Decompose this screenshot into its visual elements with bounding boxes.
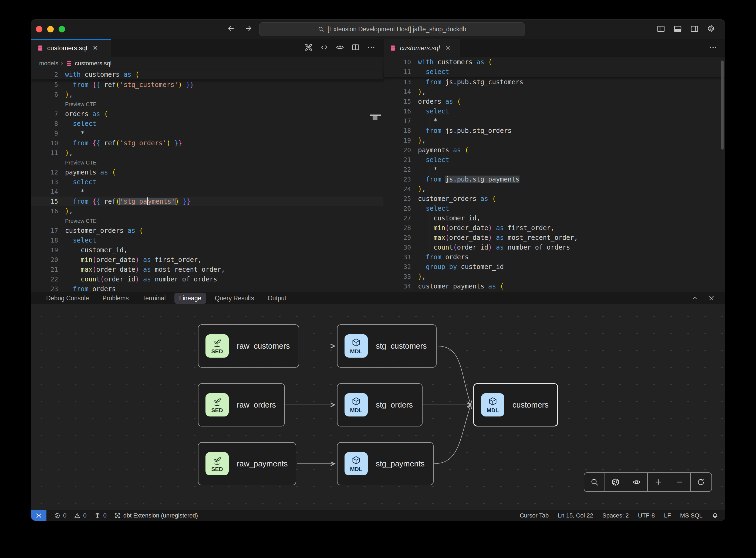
code-line-18[interactable]: 18 from js.pub.stg_orders bbox=[384, 126, 725, 135]
code-line-34[interactable]: 34customer_payments as ( bbox=[384, 281, 725, 291]
code-line-30[interactable]: 30 count(order_id) as number_of_orders bbox=[384, 243, 725, 252]
code-line-13[interactable]: 13 select bbox=[31, 177, 383, 187]
minus-icon[interactable] bbox=[675, 478, 684, 486]
code-line-2[interactable]: 2with customers as ( bbox=[31, 70, 383, 79]
editor-scrollbar-thumb[interactable] bbox=[721, 60, 724, 150]
status-item-lf[interactable]: LF bbox=[664, 512, 671, 519]
dbt-icon[interactable] bbox=[304, 43, 313, 52]
plus-icon[interactable] bbox=[654, 478, 662, 486]
lineage-node-stg_customers[interactable]: MDLstg_customers bbox=[337, 324, 437, 367]
editor-group-left[interactable]: models › customers.sql 2with customers a… bbox=[31, 57, 383, 292]
code-line-19[interactable]: 19 customer_id, bbox=[31, 245, 383, 255]
lineage-node-raw_customers[interactable]: SEDraw_customers bbox=[198, 324, 299, 367]
ellipsis-icon[interactable] bbox=[709, 43, 718, 52]
code-line-9[interactable]: 9 * bbox=[31, 129, 383, 138]
search-icon[interactable] bbox=[590, 478, 599, 486]
close-icon[interactable] bbox=[708, 295, 715, 302]
lineage-node-stg_orders[interactable]: MDLstg_orders bbox=[337, 383, 422, 427]
editor-scrollbar-thumb[interactable] bbox=[373, 116, 377, 120]
chevron-up-icon[interactable] bbox=[691, 295, 699, 302]
code-line-6[interactable]: 6), bbox=[31, 90, 383, 99]
panel-tab-lineage[interactable]: Lineage bbox=[175, 293, 206, 304]
close-tab-icon[interactable]: ✕ bbox=[445, 44, 451, 52]
lineage-node-raw_payments[interactable]: SEDraw_payments bbox=[198, 442, 296, 485]
codelens-row[interactable]: Preview CTE bbox=[31, 158, 383, 168]
lineage-canvas[interactable]: SEDraw_customersMDLstg_customersSEDraw_o… bbox=[31, 304, 725, 510]
status-item-dbt[interactable]: dbt Extension (unregistered) bbox=[114, 512, 198, 519]
lineage-node-stg_payments[interactable]: MDLstg_payments bbox=[337, 442, 434, 485]
code-line-17[interactable]: 17customer_orders as ( bbox=[31, 226, 383, 235]
layout-panel-icon[interactable] bbox=[673, 24, 682, 33]
command-center-search[interactable]: [Extension Development Host] jaffle_shop… bbox=[259, 22, 525, 36]
code-line-22[interactable]: 22 count(order_id) as number_of_orders bbox=[31, 274, 383, 284]
code-line-25[interactable]: 25customer_orders as ( bbox=[384, 194, 725, 204]
code-line-26[interactable]: 26 select bbox=[384, 204, 725, 213]
code-line-7[interactable]: 7orders as ( bbox=[31, 109, 383, 119]
code-line-24[interactable]: 24), bbox=[384, 184, 725, 194]
minimize-window-button[interactable] bbox=[47, 26, 54, 32]
gear-icon[interactable] bbox=[707, 24, 716, 33]
tab-customers-sql-right[interactable]: customers.sql ✕ bbox=[384, 39, 460, 57]
code-line-15[interactable]: 15orders as ( bbox=[384, 97, 725, 106]
code-line-13[interactable]: 13 from js.pub.stg_customers bbox=[384, 77, 725, 87]
code-line-20[interactable]: 20 min(order_date) as first_order, bbox=[31, 255, 383, 265]
code-line-21[interactable]: 21 select bbox=[384, 155, 725, 165]
eye-icon[interactable] bbox=[632, 478, 641, 486]
lineage-node-raw_orders[interactable]: SEDraw_orders bbox=[198, 383, 285, 427]
status-item-ms-sql[interactable]: MS SQL bbox=[680, 512, 703, 519]
panel-tab-output[interactable]: Output bbox=[263, 293, 291, 304]
code-line-32[interactable]: 32 group by customer_id bbox=[384, 262, 725, 272]
panel-tab-problems[interactable]: Problems bbox=[98, 293, 134, 304]
code-line-5[interactable]: 5 from {{ ref('stg_customers') }} bbox=[31, 80, 383, 90]
code-line-31[interactable]: 31 from orders bbox=[384, 252, 725, 262]
breadcrumb[interactable]: models › customers.sql bbox=[31, 57, 383, 70]
close-tab-icon[interactable]: ✕ bbox=[93, 44, 98, 52]
code-line-14[interactable]: 14 * bbox=[31, 187, 383, 197]
code-icon[interactable] bbox=[320, 43, 329, 52]
refresh-icon[interactable] bbox=[697, 478, 705, 486]
panel-tab-query-results[interactable]: Query Results bbox=[210, 293, 259, 304]
code-line-15[interactable]: 15 from {{ ref('stg_payments') }} bbox=[31, 197, 383, 206]
code-line-16[interactable]: 16), bbox=[31, 206, 383, 216]
code-line-23[interactable]: 23 from js.pub.stg_payments bbox=[384, 175, 725, 184]
code-line-10[interactable]: 10with customers as ( bbox=[384, 57, 725, 67]
code-line-18[interactable]: 18 select bbox=[31, 235, 383, 245]
code-line-27[interactable]: 27 customer_id, bbox=[384, 213, 725, 223]
status-item-spaces-2[interactable]: Spaces: 2 bbox=[602, 512, 629, 519]
panel-tab-debug-console[interactable]: Debug Console bbox=[41, 293, 94, 304]
editor-group-right[interactable]: 10with customers as (11 select 13 from j… bbox=[384, 57, 725, 292]
breadcrumb-file[interactable]: customers.sql bbox=[75, 60, 111, 67]
status-item-cursor-tab[interactable]: Cursor Tab bbox=[520, 512, 549, 519]
split-editor-icon[interactable] bbox=[351, 43, 360, 52]
code-line-19[interactable]: 19), bbox=[384, 135, 725, 145]
status-item-ln-15-col-22[interactable]: Ln 15, Col 22 bbox=[558, 512, 593, 519]
status-item-error[interactable]: 0 bbox=[54, 512, 67, 519]
panel-tab-terminal[interactable]: Terminal bbox=[137, 293, 171, 304]
back-icon[interactable] bbox=[227, 24, 235, 32]
code-line-21[interactable]: 21 max(order_date) as most_recent_order, bbox=[31, 265, 383, 274]
code-line-12[interactable]: 12payments as ( bbox=[31, 168, 383, 177]
codelens-row[interactable]: Preview CTE bbox=[31, 216, 383, 226]
codelens-row[interactable]: Preview CTE bbox=[31, 99, 383, 109]
code-line-8[interactable]: 8 select bbox=[31, 119, 383, 129]
layout-sidebar-left-icon[interactable] bbox=[656, 24, 666, 33]
code-line-22[interactable]: 22 * bbox=[384, 165, 725, 175]
ellipsis-icon[interactable] bbox=[367, 43, 375, 52]
status-item-warning[interactable]: 0 bbox=[74, 512, 86, 519]
code-line-16[interactable]: 16 select bbox=[384, 106, 725, 116]
close-window-button[interactable] bbox=[36, 26, 43, 32]
code-line-33[interactable]: 33), bbox=[384, 272, 725, 281]
remote-indicator[interactable] bbox=[31, 510, 47, 521]
zoom-window-button[interactable] bbox=[59, 26, 65, 32]
bell-icon[interactable] bbox=[712, 512, 719, 519]
code-line-28[interactable]: 28 min(order_date) as first_order, bbox=[384, 223, 725, 233]
code-line-10[interactable]: 10 from {{ ref('stg_orders') }} bbox=[31, 138, 383, 148]
lineage-node-customers[interactable]: MDLcustomers bbox=[473, 383, 558, 427]
code-line-17[interactable]: 17 * bbox=[384, 116, 725, 126]
status-item-radio-tower[interactable]: 0 bbox=[94, 512, 107, 519]
eye-icon[interactable] bbox=[336, 43, 344, 52]
code-line-11[interactable]: 11 select bbox=[384, 67, 725, 77]
forward-icon[interactable] bbox=[244, 24, 253, 32]
status-item-utf-8[interactable]: UTF-8 bbox=[638, 512, 655, 519]
code-line-11[interactable]: 11), bbox=[31, 148, 383, 158]
